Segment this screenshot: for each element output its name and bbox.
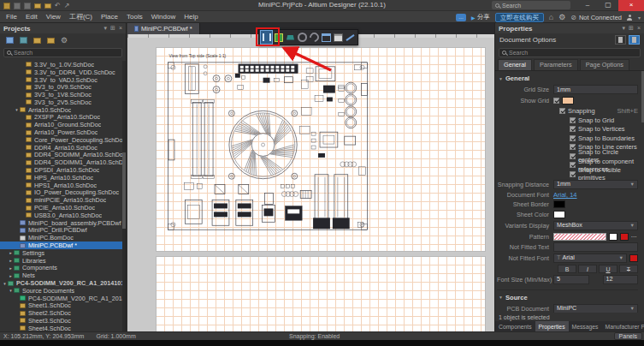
donut-shape-icon[interactable] xyxy=(297,31,308,44)
menu-item-1[interactable]: Edit xyxy=(21,13,42,21)
tree-item[interactable]: ▸Libraries xyxy=(0,257,122,265)
tree-item[interactable]: DDR4_SODIMM1_Arria10.SchDoc xyxy=(0,158,122,166)
tree-item[interactable]: Arria10_Ground.SchDoc xyxy=(0,121,122,128)
menu-item-5[interactable]: Tools xyxy=(122,13,147,21)
snap-option-checkbox[interactable] xyxy=(570,153,576,159)
tree-item[interactable]: IO_Power_Decoupling.SchDoc xyxy=(0,189,122,197)
draftsman-sheet-1[interactable]: View from Top side (Scale 1:1) xyxy=(156,47,486,252)
variants-display-combo[interactable]: MeshBox▼ xyxy=(553,221,638,230)
save-icon[interactable] xyxy=(6,37,14,44)
maximize-button[interactable]: ▢ xyxy=(598,0,618,11)
pattern-red-swatch[interactable] xyxy=(620,233,629,241)
section-source[interactable]: ▼ Source xyxy=(497,289,638,303)
minimize-button[interactable]: – xyxy=(577,0,598,11)
open-icon[interactable] xyxy=(14,3,21,9)
comments-icon[interactable]: … xyxy=(456,14,466,21)
tree-item[interactable]: DDR4_Arria10.SchDoc xyxy=(0,144,122,152)
tree-item[interactable]: Sheet1.SchDoc xyxy=(0,302,122,310)
pattern-more-button[interactable]: ⋯ xyxy=(631,233,639,241)
snap-option-checkbox[interactable] xyxy=(570,135,576,141)
save-all-icon[interactable] xyxy=(24,3,31,9)
tree-item[interactable]: 3V3_to_0V9.SchDoc xyxy=(0,83,122,91)
tree-item[interactable]: DPSDI_Arria10.SchDoc xyxy=(0,166,122,174)
arc-shape-icon[interactable] xyxy=(309,31,320,44)
draftsman-sheet-2[interactable] xyxy=(156,256,486,331)
pattern-bg-swatch[interactable] xyxy=(609,233,617,241)
tree-item[interactable]: PCIE_Arria10.SchDoc xyxy=(0,204,122,212)
panel-tab-properties[interactable]: Properties xyxy=(535,321,569,331)
projects-search-input[interactable]: Search xyxy=(3,48,122,57)
tree-expander-icon[interactable]: ▸ xyxy=(8,250,14,255)
not-fitted-text-input[interactable] xyxy=(553,242,638,252)
grid-size-input[interactable]: 1mm xyxy=(553,85,638,94)
tree-expander-icon[interactable]: ▾ xyxy=(2,281,8,286)
gear-icon[interactable]: ⚙ xyxy=(558,13,565,21)
tree-item[interactable]: 3.3V_to_1.0V.SchDoc xyxy=(0,61,122,69)
font-size-max-input[interactable]: 12 xyxy=(603,275,639,284)
tree-item[interactable]: ▾Arria10.SchDoc xyxy=(0,106,122,114)
tree-item[interactable]: 3.3V_to_DDR4_VDD.SchDoc xyxy=(0,69,122,76)
snap-option-checkbox[interactable] xyxy=(570,144,576,150)
tree-item[interactable]: Core_Power_Decoupling.SchDoc xyxy=(0,136,122,144)
panel-menu-icon[interactable]: ▾ xyxy=(104,25,108,32)
tree-item[interactable]: 3V3_to_1V8.SchDoc xyxy=(0,91,122,98)
line-icon[interactable] xyxy=(345,31,356,44)
home-icon[interactable]: ⌂ xyxy=(549,13,553,21)
user-dropdown-icon[interactable]: ▾ xyxy=(638,15,641,21)
format-t-button[interactable]: T xyxy=(619,265,638,273)
snap-option-checkbox[interactable] xyxy=(570,117,576,123)
connection-status[interactable]: ⊘ Not Connected xyxy=(570,14,622,21)
validate-icon[interactable] xyxy=(20,37,27,44)
tree-expander-icon[interactable]: ▸ xyxy=(8,273,14,278)
tree-item[interactable]: Sheet3.SchDoc xyxy=(0,317,122,325)
snap-option-checkbox[interactable] xyxy=(570,126,576,132)
tree-item[interactable]: ▸Components xyxy=(0,265,122,272)
tree-item[interactable]: Arria10_Power.SchDoc xyxy=(0,128,122,136)
panel-tab-messages[interactable]: Messages xyxy=(569,321,602,331)
sheet-border-swatch[interactable] xyxy=(553,200,565,208)
tree-item[interactable]: MiniPC_Drill.PCBDwf xyxy=(0,227,122,235)
tree-item[interactable]: HPS_Arria10.SchDoc xyxy=(0,174,122,182)
tree-item[interactable]: Sheet2.SchDoc xyxy=(0,309,122,317)
measure-icon[interactable] xyxy=(321,31,332,44)
sheet-color-swatch[interactable] xyxy=(553,211,565,218)
tree-item[interactable]: MiniPC.PCBDwf * xyxy=(0,242,122,249)
tree-item[interactable]: PC4-SODIMM_V200_RC_A1_20141015 xyxy=(0,295,122,302)
menu-item-7[interactable]: Help xyxy=(180,13,202,21)
show-grid-checkbox[interactable] xyxy=(553,98,559,104)
global-search-input[interactable]: Search xyxy=(492,1,570,9)
tree-item[interactable]: ▸Settings xyxy=(0,249,122,257)
tree-expander-icon[interactable]: ▾ xyxy=(14,107,20,112)
properties-tab-parameters[interactable]: Parameters xyxy=(534,59,578,70)
tree-item[interactable]: HPS1_Arria10.SchDoc xyxy=(0,182,122,189)
menu-item-4[interactable]: Place xyxy=(97,13,122,21)
not-fitted-font-color-swatch[interactable] xyxy=(629,254,638,262)
properties-tab-page-options[interactable]: Page Options xyxy=(580,59,629,70)
panel-close-icon[interactable]: × xyxy=(637,25,641,32)
tree-expander-icon[interactable]: ▸ xyxy=(8,258,14,263)
snapping-checkbox[interactable] xyxy=(559,108,565,114)
properties-tab-general[interactable]: General xyxy=(498,59,532,70)
open-project-icon[interactable] xyxy=(44,3,51,9)
open-folder-icon[interactable] xyxy=(34,3,41,9)
user-account-icon[interactable] xyxy=(627,15,633,21)
tree-expander-icon[interactable]: ▾ xyxy=(8,288,14,293)
format-i-button[interactable]: I xyxy=(578,265,597,273)
selection-filter-icon[interactable] xyxy=(615,35,626,45)
pattern-swatch[interactable] xyxy=(553,233,606,241)
tree-expander-icon[interactable]: ▸ xyxy=(8,265,14,271)
section-general[interactable]: ▼ General xyxy=(497,73,638,84)
tree-item[interactable]: miniPCIE_Arria10.SchDoc xyxy=(0,196,122,204)
panel-pin-icon[interactable]: ⊞ xyxy=(629,25,634,32)
folder-sync-icon[interactable] xyxy=(47,38,55,44)
document-tab[interactable]: MiniPC.PCBDwf * xyxy=(127,23,200,34)
snap-option-checkbox[interactable] xyxy=(570,162,576,168)
drawing-canvas[interactable]: View from Top side (Scale 1:1) xyxy=(127,34,494,331)
document-font-link[interactable]: Arial, 14 xyxy=(553,191,577,199)
tree-item[interactable]: 3V3_to_2V5.SchDoc xyxy=(0,98,122,106)
tree-item[interactable]: ▸Nets xyxy=(0,271,122,279)
table-icon[interactable] xyxy=(333,31,344,44)
close-button[interactable]: × xyxy=(618,0,644,11)
tree-item[interactable]: USB3.0_Arria10.SchDoc xyxy=(0,212,122,219)
tree-item[interactable]: DDR4_SODIMM_Arria10.SchDoc xyxy=(0,152,122,159)
